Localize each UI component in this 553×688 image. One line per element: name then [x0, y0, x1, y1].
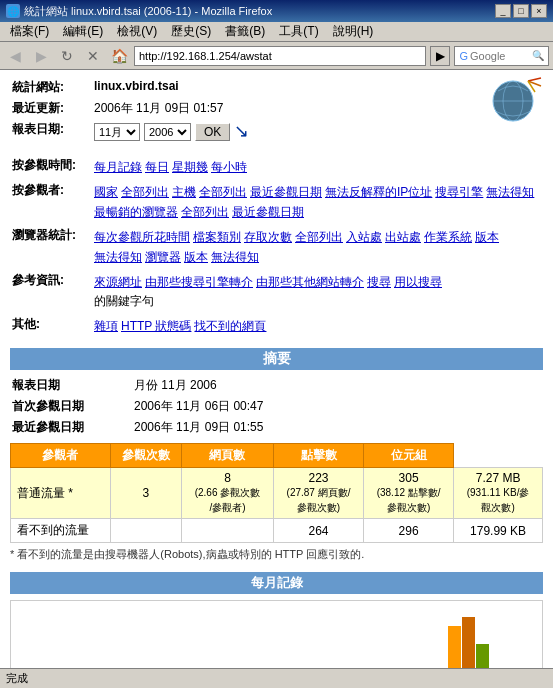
arrow-indicator: ↖ [234, 121, 249, 143]
close-button[interactable]: × [531, 4, 547, 18]
row2-label: 看不到的流量 [11, 519, 111, 543]
menu-history[interactable]: 歷史(S) [165, 22, 217, 41]
nav-host-all[interactable]: 全部列出 [199, 184, 247, 201]
nav-source-url[interactable]: 來源網址 [94, 274, 142, 291]
nav-last-visit[interactable]: 最近參觀日期 [250, 184, 322, 201]
browser-icon: 🌐 [6, 4, 20, 18]
forward-button[interactable]: ▶ [30, 45, 52, 67]
row2-visitors [110, 519, 181, 543]
nav-browser2[interactable]: 瀏覽器 [145, 249, 181, 266]
summary-report-date-label: 報表日期 [12, 376, 132, 395]
nav-misc[interactable]: 雜項 [94, 318, 118, 335]
menu-bookmarks[interactable]: 書籤(B) [219, 22, 271, 41]
row2-visits [181, 519, 273, 543]
status-text: 完成 [6, 671, 28, 686]
reload-button[interactable]: ↻ [56, 45, 78, 67]
browser-stats-label: 瀏覽器統計: [12, 226, 92, 269]
col-header-pages: 網頁數 [181, 444, 273, 468]
nav-country[interactable]: 國家 [94, 184, 118, 201]
chart-title: 每月記錄 [10, 572, 543, 594]
col-header-visits: 參觀次數 [110, 444, 181, 468]
menu-tools[interactable]: 工具(T) [273, 22, 324, 41]
nav-not-found[interactable]: 找不到的網頁 [194, 318, 266, 335]
report-date-label: 報表日期: [12, 120, 92, 144]
nav-access-count[interactable]: 存取次數 [244, 229, 292, 246]
chart-bars [17, 607, 536, 668]
nav-browser-all[interactable]: 全部列出 [181, 204, 229, 221]
summary-first-visit-value: 2006年 11月 06日 00:47 [134, 397, 263, 416]
col-header-bytes: 位元組 [364, 444, 454, 468]
nav-browser-unknown[interactable]: 無法得知 [211, 249, 259, 266]
col-header-hits: 點擊數 [274, 444, 364, 468]
ok-button[interactable]: OK [195, 123, 230, 141]
address-bar [134, 46, 426, 66]
maximize-button[interactable]: □ [513, 4, 529, 18]
window-controls[interactable]: _ □ × [495, 4, 547, 18]
search-icon[interactable]: 🔍 [532, 50, 544, 61]
nav-unknown[interactable]: 無法得知 [486, 184, 534, 201]
nav-browser-popular[interactable]: 最暢銷的瀏覽器 [94, 204, 178, 221]
status-bar: 完成 [0, 668, 553, 688]
table-row: 看不到的流量 264 296 179.99 KB [11, 519, 543, 543]
stop-button[interactable]: ✕ [82, 45, 104, 67]
nav-visit-duration[interactable]: 每次參觀所花時間 [94, 229, 190, 246]
nav-unresolved-ip[interactable]: 無法反解釋的IP位址 [325, 184, 432, 201]
report-date-controls: 11月 2006 OK ↖ [94, 120, 249, 144]
nav-monthly[interactable]: 每月記錄 [94, 159, 142, 176]
nav-keywords[interactable]: 用以搜尋 [394, 274, 442, 291]
summary-report-date-value: 月份 11月 2006 [134, 376, 263, 395]
reference-label: 參考資訊: [12, 271, 92, 313]
menu-bar: 檔案(F) 編輯(E) 檢視(V) 歷史(S) 書籤(B) 工具(T) 說明(H… [0, 22, 553, 42]
home-button[interactable]: 🏠 [108, 45, 130, 67]
menu-help[interactable]: 說明(H) [327, 22, 380, 41]
nav-weekday[interactable]: 星期幾 [172, 159, 208, 176]
nav-file-type[interactable]: 檔案類別 [193, 229, 241, 246]
other-label: 其他: [12, 315, 92, 338]
year-select[interactable]: 2006 [144, 123, 191, 141]
nav-http-status[interactable]: HTTP 狀態碼 [121, 318, 191, 335]
nav-entry[interactable]: 入站處 [346, 229, 382, 246]
site-value: linux.vbird.tsai [94, 78, 249, 97]
minimize-button[interactable]: _ [495, 4, 511, 18]
nav-search2[interactable]: 搜尋 [367, 274, 391, 291]
table-note: * 看不到的流量是由搜尋機器人(Robots),病蟲或特別的 HTTP 回應引致… [10, 547, 543, 562]
search-box: G 🔍 [454, 46, 549, 66]
nav-host[interactable]: 主機 [172, 184, 196, 201]
search-input[interactable] [470, 50, 530, 62]
menu-file[interactable]: 檔案(F) [4, 22, 55, 41]
nav-daily[interactable]: 每日 [145, 159, 169, 176]
nav-os-version[interactable]: 版本 [475, 229, 499, 246]
row1-label: 普通流量 * [11, 468, 111, 519]
month-select[interactable]: 11月 [94, 123, 140, 141]
menu-edit[interactable]: 編輯(E) [57, 22, 109, 41]
last-update-label: 最近更新: [12, 99, 92, 118]
nav-search-engine[interactable]: 搜尋引擎 [435, 184, 483, 201]
nav-exit[interactable]: 出站處 [385, 229, 421, 246]
back-button[interactable]: ◀ [4, 45, 26, 67]
site-label: 統計網站: [12, 78, 92, 97]
row1-visits: 8(2.66 參觀次數/參觀者) [181, 468, 273, 519]
nav-access-all[interactable]: 全部列出 [295, 229, 343, 246]
google-logo: G [459, 50, 468, 62]
by-time-links: 每月記錄 每日 星期幾 每小時 [94, 159, 541, 176]
nav-hourly[interactable]: 每小時 [211, 159, 247, 176]
address-input[interactable] [139, 50, 421, 62]
row2-pages: 264 [274, 519, 364, 543]
window-title: 統計網站 linux.vbird.tsai (2006-11) - Mozill… [24, 4, 272, 19]
nav-site-ref[interactable]: 由那些其他網站轉介 [256, 274, 364, 291]
row1-hits: 305(38.12 點擊數/參觀次數) [364, 468, 454, 519]
go-button[interactable]: ▶ [430, 46, 450, 66]
nav-country-all[interactable]: 全部列出 [121, 184, 169, 201]
reference-links: 來源網址 由那些搜尋引擎轉介 由那些其他網站轉介 搜尋 用以搜尋 [94, 274, 541, 291]
summary-first-visit-label: 首次參觀日期 [12, 397, 132, 416]
nav-os-unknown[interactable]: 無法得知 [94, 249, 142, 266]
nav-browser-version[interactable]: 版本 [184, 249, 208, 266]
nav-browser-last[interactable]: 最近參觀日期 [232, 204, 304, 221]
summary-data-table: 參觀者 參觀次數 網頁數 點擊數 位元組 普通流量 * 3 8(2.66 參觀次… [10, 443, 543, 543]
ref-link-extra: 的關鍵字句 [94, 293, 154, 310]
nav-search-ref[interactable]: 由那些搜尋引擎轉介 [145, 274, 253, 291]
bar-bytes [476, 644, 489, 668]
row1-visitors: 3 [110, 468, 181, 519]
menu-view[interactable]: 檢視(V) [111, 22, 163, 41]
nav-os[interactable]: 作業系統 [424, 229, 472, 246]
